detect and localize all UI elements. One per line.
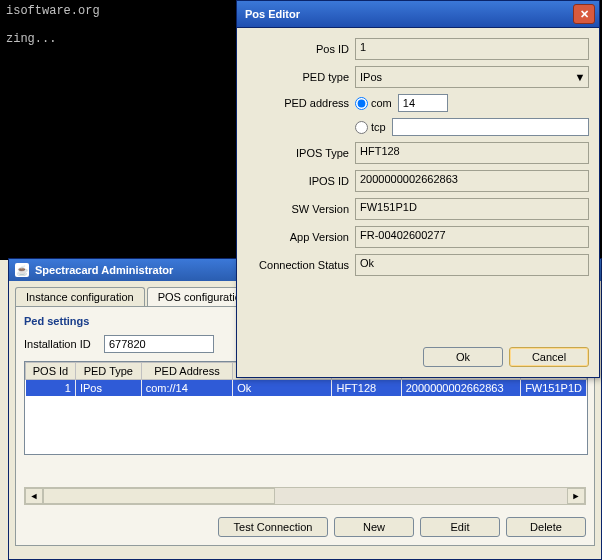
label-ipos-type: IPOS Type bbox=[247, 147, 355, 159]
col-ped-address[interactable]: PED Address bbox=[141, 363, 233, 380]
radio-tcp-input[interactable] bbox=[355, 121, 368, 134]
pos-editor-dialog: Pos Editor ✕ Pos ID 1 PED type IPos ▼ PE… bbox=[236, 0, 600, 378]
label-pos-id: Pos ID bbox=[247, 43, 355, 55]
edit-button[interactable]: Edit bbox=[420, 517, 500, 537]
col-pos-id[interactable]: POS Id bbox=[26, 363, 76, 380]
field-ipos-type: HFT128 bbox=[355, 142, 589, 164]
field-ipos-id: 2000000002662863 bbox=[355, 170, 589, 192]
radio-com-input[interactable] bbox=[355, 97, 368, 110]
delete-button[interactable]: Delete bbox=[506, 517, 586, 537]
radio-tcp-label: tcp bbox=[371, 121, 386, 133]
label-ipos-id: IPOS ID bbox=[247, 175, 355, 187]
label-connection-status: Connection Status bbox=[247, 259, 355, 271]
label-sw-version: SW Version bbox=[247, 203, 355, 215]
installation-id-input[interactable] bbox=[104, 335, 214, 353]
installation-id-label: Installation ID bbox=[24, 338, 104, 350]
ok-button[interactable]: Ok bbox=[423, 347, 503, 367]
cell-pos-id: 1 bbox=[26, 380, 76, 397]
ped-type-value: IPos bbox=[360, 71, 382, 83]
dialog-titlebar[interactable]: Pos Editor ✕ bbox=[237, 1, 599, 28]
scroll-right-icon[interactable]: ► bbox=[567, 488, 585, 504]
admin-button-row: Test Connection New Edit Delete bbox=[218, 517, 586, 537]
tab-instance-configuration[interactable]: Instance configuration bbox=[15, 287, 145, 306]
java-icon bbox=[15, 263, 29, 277]
label-ped-address: PED address bbox=[247, 97, 355, 109]
label-ped-type: PED type bbox=[247, 71, 355, 83]
field-app-version: FR-00402600277 bbox=[355, 226, 589, 248]
ped-type-combo[interactable]: IPos ▼ bbox=[355, 66, 589, 88]
scroll-thumb[interactable] bbox=[43, 488, 275, 504]
cell-ipos-id: 2000000002662863 bbox=[401, 380, 520, 397]
com-port-input[interactable] bbox=[398, 94, 448, 112]
scroll-left-icon[interactable]: ◄ bbox=[25, 488, 43, 504]
dialog-body: Pos ID 1 PED type IPos ▼ PED address com… bbox=[237, 28, 599, 276]
cell-ped-type: IPos bbox=[75, 380, 141, 397]
dialog-title-text: Pos Editor bbox=[245, 8, 300, 20]
close-icon[interactable]: ✕ bbox=[573, 4, 595, 24]
field-sw-version: FW151P1D bbox=[355, 198, 589, 220]
test-connection-button[interactable]: Test Connection bbox=[218, 517, 328, 537]
dialog-button-row: Ok Cancel bbox=[423, 347, 589, 367]
radio-tcp[interactable]: tcp bbox=[355, 121, 386, 134]
cell-ipos-type: HFT128 bbox=[332, 380, 401, 397]
label-app-version: App Version bbox=[247, 231, 355, 243]
col-ped-type[interactable]: PED Type bbox=[75, 363, 141, 380]
admin-title-text: Spectracard Administrator bbox=[35, 264, 173, 276]
radio-com[interactable]: com bbox=[355, 97, 392, 110]
cell-ped-address: com://14 bbox=[141, 380, 233, 397]
chevron-down-icon: ▼ bbox=[572, 71, 588, 83]
cell-connection-status: Ok bbox=[233, 380, 332, 397]
cancel-button[interactable]: Cancel bbox=[509, 347, 589, 367]
radio-com-label: com bbox=[371, 97, 392, 109]
cell-sw-ver: FW151P1D bbox=[521, 380, 587, 397]
tcp-input[interactable] bbox=[392, 118, 589, 136]
table-row[interactable]: 1 IPos com://14 Ok HFT128 20000000026628… bbox=[26, 380, 587, 397]
field-connection-status: Ok bbox=[355, 254, 589, 276]
new-button[interactable]: New bbox=[334, 517, 414, 537]
field-pos-id: 1 bbox=[355, 38, 589, 60]
horizontal-scrollbar[interactable]: ◄ ► bbox=[24, 487, 586, 505]
